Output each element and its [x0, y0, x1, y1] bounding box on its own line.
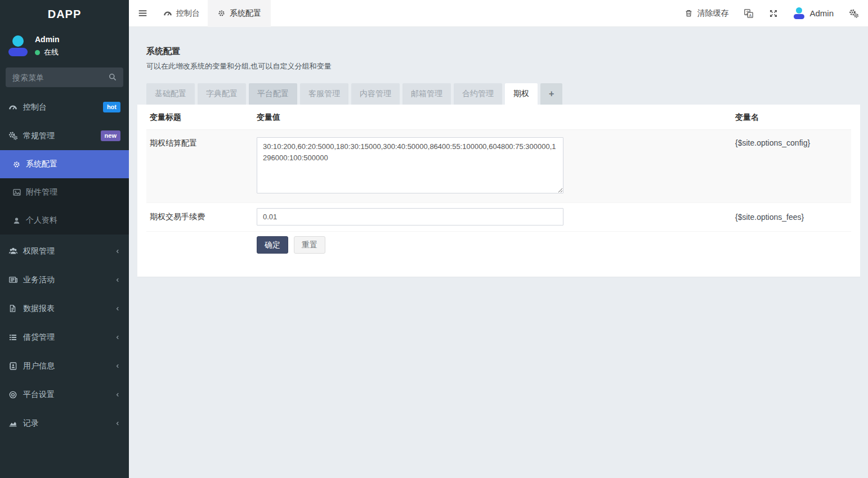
sidebar-item-label: 个人资料	[26, 215, 120, 226]
user-icon	[12, 217, 26, 225]
tachometer-icon	[8, 103, 23, 112]
app-logo: DAPP	[0, 0, 129, 28]
file-icon	[8, 304, 23, 313]
page-header: 系统配置 可以在此增改系统的变量和分组,也可以自定义分组和变量	[137, 35, 860, 71]
table-row: 期权交易手续费 {$site.options_fees}	[146, 203, 851, 232]
table-header-row: 变量标题 变量值 变量名	[146, 105, 851, 130]
sidebar-item-data-report[interactable]: 数据报表	[0, 294, 129, 323]
sidebar-item-label: 记录	[23, 418, 111, 429]
sidebar-item-records[interactable]: 记录	[0, 409, 129, 438]
address-book-icon	[8, 362, 23, 371]
cogs-icon	[8, 131, 23, 141]
newspaper-icon	[8, 275, 23, 285]
sidebar-item-label: 数据报表	[23, 304, 111, 314]
tab-options[interactable]: 期权	[505, 83, 538, 105]
hot-badge: hot	[103, 102, 120, 112]
navbar-tab-system-config[interactable]: 系统配置	[208, 0, 271, 27]
sidebar-item-label: 权限管理	[23, 246, 111, 256]
chevron-left-icon	[115, 363, 120, 369]
clear-cache-label: 清除缓存	[697, 8, 728, 19]
svg-text:A: A	[749, 13, 752, 17]
sidebar-search	[6, 67, 123, 87]
sidebar-item-label: 控制台	[23, 102, 103, 112]
chevron-left-icon	[115, 277, 120, 283]
sidebar-submenu: 系统配置 附件管理 个人资料	[0, 150, 129, 235]
sidebar-item-label: 附件管理	[26, 187, 120, 197]
navbar-tab-dashboard[interactable]: 控制台	[155, 0, 208, 27]
sidebar-item-label: 借贷管理	[23, 332, 111, 342]
page-description: 可以在此增改系统的变量和分组,也可以自定义分组和变量	[146, 61, 860, 71]
sidebar-menu-groups: 权限管理 业务活动 数据报表	[0, 237, 129, 438]
tab-basic-config[interactable]: 基础配置	[146, 83, 195, 105]
image-icon	[12, 188, 26, 197]
hamburger-menu-icon[interactable]	[129, 8, 155, 18]
clear-cache-button[interactable]: 清除缓存	[684, 8, 728, 19]
avatar-body	[794, 14, 804, 19]
sidebar-item-loan-management[interactable]: 借贷管理	[0, 323, 129, 351]
sidebar-item-label: 系统配置	[26, 159, 120, 169]
search-input[interactable]	[6, 67, 123, 87]
options-fees-input[interactable]	[257, 208, 563, 226]
user-status-label: 在线	[44, 47, 59, 57]
list-icon	[8, 333, 23, 342]
sidebar-item-profile[interactable]: 个人资料	[0, 206, 129, 235]
tab-dictionary-config[interactable]: 字典配置	[198, 83, 246, 105]
column-header-name: 变量名	[735, 112, 851, 123]
tab-customer-service[interactable]: 客服管理	[300, 83, 348, 105]
submit-button[interactable]: 确定	[257, 236, 288, 254]
sidebar-item-business-activity[interactable]: 业务活动	[0, 265, 129, 294]
sidebar: DAPP Admin 在线 控制台 hot	[0, 0, 129, 478]
variable-title: 期权交易手续费	[146, 212, 257, 222]
chevron-left-icon	[115, 335, 120, 340]
sidebar-item-system-config[interactable]: 系统配置	[0, 150, 129, 178]
tab-contract-management[interactable]: 合约管理	[454, 83, 502, 105]
variable-name: {$site.options_fees}	[735, 213, 851, 222]
gear-icon	[12, 160, 26, 169]
form-actions: 确定 重置	[146, 232, 851, 277]
config-tabs: 基础配置 字典配置 平台配置 客服管理 内容管理 邮箱管理 合约管理 期权 +	[137, 83, 860, 105]
users-icon	[8, 246, 23, 256]
chevron-left-icon	[115, 392, 120, 398]
chevron-left-icon	[115, 421, 120, 426]
navbar-tab-label: 系统配置	[230, 8, 261, 19]
settings-cogs-icon[interactable]	[849, 8, 859, 19]
sidebar-item-label: 业务活动	[23, 275, 111, 285]
sidebar-item-dashboard[interactable]: 控制台 hot	[0, 93, 129, 121]
reset-button[interactable]: 重置	[294, 236, 325, 254]
variable-name: {$site.options_config}	[735, 137, 851, 147]
online-status-icon	[35, 50, 40, 55]
avatar	[8, 35, 28, 57]
sidebar-item-attachment-management[interactable]: 附件管理	[0, 178, 129, 206]
language-icon[interactable]: 文A	[744, 8, 754, 19]
sidebar-item-platform-settings[interactable]: 平台设置	[0, 380, 129, 409]
sidebar-item-general-management[interactable]: 常规管理 new	[0, 121, 129, 150]
user-menu[interactable]: Admin	[793, 7, 834, 20]
fullscreen-icon[interactable]	[769, 9, 778, 18]
new-badge: new	[101, 130, 120, 141]
gear-icon	[217, 9, 226, 17]
avatar-head	[12, 35, 24, 47]
tab-platform-config[interactable]: 平台配置	[249, 83, 297, 105]
search-icon[interactable]	[108, 73, 117, 82]
avatar	[793, 7, 804, 20]
chevron-left-icon	[115, 249, 120, 254]
sidebar-item-label: 常规管理	[23, 131, 101, 141]
sidebar-item-user-info[interactable]: 用户信息	[0, 351, 129, 380]
user-name: Admin	[35, 35, 60, 44]
bullseye-icon	[8, 390, 23, 399]
chart-area-icon	[8, 419, 23, 428]
user-name: Admin	[809, 8, 834, 18]
sidebar-item-permission-management[interactable]: 权限管理	[0, 237, 129, 265]
sidebar-item-label: 用户信息	[23, 361, 111, 371]
add-tab-button[interactable]: +	[540, 83, 562, 105]
trash-icon	[684, 9, 693, 17]
top-navbar: 控制台 系统配置 清除缓存 文A Admin	[129, 0, 868, 27]
user-panel: Admin 在线	[0, 28, 129, 64]
tab-email-management[interactable]: 邮箱管理	[402, 83, 451, 105]
options-config-textarea[interactable]: 30:10:200,60:20:5000,180:30:15000,300:40…	[257, 137, 563, 193]
avatar-head	[796, 7, 802, 13]
navbar-tab-label: 控制台	[176, 8, 200, 19]
page-title: 系统配置	[146, 46, 860, 57]
tab-content-management[interactable]: 内容管理	[351, 83, 400, 105]
column-header-value: 变量值	[257, 112, 735, 123]
